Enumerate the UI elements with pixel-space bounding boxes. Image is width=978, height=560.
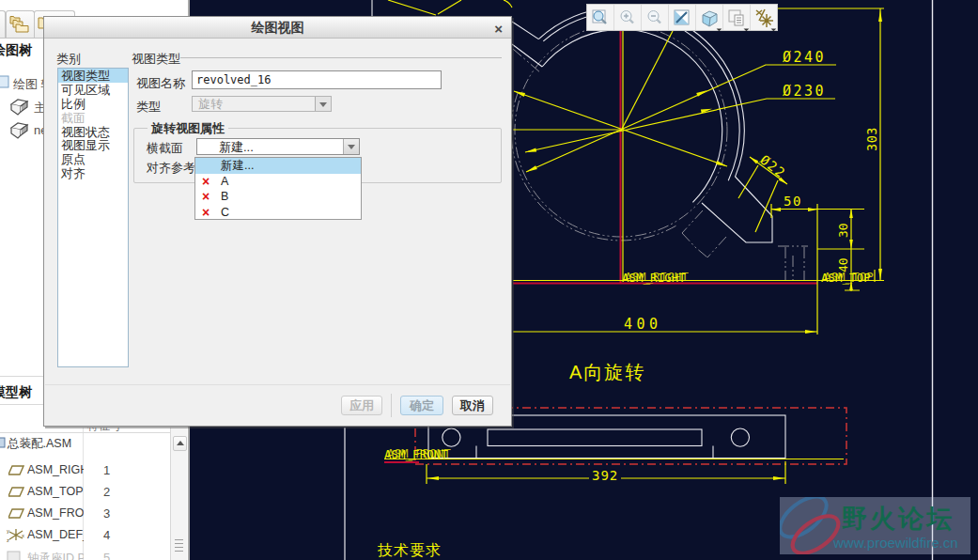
scrollbar-grip [175, 551, 183, 552]
model-tree-header-line [0, 432, 170, 433]
model-tree-num-5: 5 [103, 551, 110, 560]
model-tree-item-front[interactable]: ASM_FRONT [27, 506, 84, 520]
scrollbar-grip [175, 543, 183, 544]
category-visible-area[interactable]: 可见区域 [58, 83, 128, 97]
drawing-view-dialog: 绘图视图 × 类别 视图类型 可见区域 比例 截面 视图状态 视图显示 原点 对… [43, 16, 512, 427]
label-asm-front-ghost: ASM_FRONT [387, 446, 451, 460]
model-tree-item-csys[interactable]: ASM_DEF_ [27, 528, 84, 541]
dim-d230: Ø230 [783, 83, 826, 100]
label-asm-right-ghost: ASM_RIGHT [625, 270, 689, 284]
model-tree-num-3: 3 [103, 506, 110, 521]
view-title-text: A向旋转 [569, 362, 645, 382]
zoom-box-button[interactable] [587, 5, 614, 30]
type-combo: 旋转 [192, 96, 332, 112]
model-tree-panel: 特征号 总装配.ASM ASM_RIGHT 1 ASM_TOP 2 ASM_FR… [0, 428, 187, 560]
view-box-icon-2 [7, 120, 31, 139]
scrollbar-up-button[interactable] [173, 436, 187, 451]
zoom-box-icon [591, 8, 610, 27]
datum-plane-icon-3 [8, 508, 24, 519]
category-origin[interactable]: 原点 [58, 152, 128, 166]
view-name-input[interactable]: revolved_16 [192, 70, 442, 89]
xsec-combo-arrow[interactable] [343, 139, 359, 154]
category-align[interactable]: 对齐 [58, 166, 128, 180]
assembly-icon [0, 436, 6, 448]
svg-text:y: y [7, 528, 9, 534]
scrollbar-grip [175, 539, 183, 540]
dropdown-caret [741, 23, 749, 31]
dialog-title: 绘图视图 [44, 20, 511, 37]
tab-drawing-tree[interactable] [6, 10, 35, 38]
category-label: 类别 [56, 51, 81, 68]
button-separator-line [45, 384, 510, 385]
datum-display-button[interactable] [751, 5, 777, 30]
datum-plane-icon-2 [8, 487, 24, 497]
svg-text:z: z [7, 537, 9, 542]
category-view-display[interactable]: 视图显示 [58, 138, 128, 152]
scrollbar-grip [175, 547, 183, 548]
cancel-button[interactable]: 取消 [452, 396, 493, 415]
watermark-title: 野火论坛 [842, 502, 955, 536]
align-ref-label: 对齐参考 [147, 160, 195, 177]
view-name-label: 视图名称 [136, 75, 185, 92]
button-vertical-separator [391, 394, 392, 417]
dim-d240: Ø240 [783, 49, 826, 66]
dim-d400: 400 [624, 316, 662, 333]
csys-icon: y z x [7, 527, 25, 542]
shaded-view-button[interactable] [696, 5, 723, 30]
watermark-url: www.proewildfire.cn [833, 535, 958, 551]
model-tree-item-top[interactable]: ASM_TOP [27, 485, 84, 498]
model-tree-num-4: 4 [103, 528, 110, 542]
model-tree-scrollbar[interactable] [170, 428, 187, 560]
ok-button[interactable]: 确定 [400, 396, 443, 415]
type-combo-value: 旋转 [198, 97, 223, 111]
xsec-dropdown-popup: 新建... ×A ×B ×C [194, 157, 362, 220]
dim-d50: 50 [784, 194, 802, 209]
dialog-titlebar[interactable]: 绘图视图 × [44, 17, 511, 39]
drawing-tree-title: 绘图树 [0, 42, 32, 59]
category-view-state[interactable]: 视图状态 [58, 125, 128, 139]
model-tree-title: 模型树 [0, 384, 32, 401]
model-tree-num-1: 1 [103, 463, 110, 477]
section-rule [180, 57, 502, 58]
xsec-combo-value: 新建... [219, 140, 254, 154]
fieldset-legend: 旋转视图属性 [147, 120, 228, 137]
type-label: 类型 [136, 99, 161, 116]
category-scale[interactable]: 比例 [58, 97, 128, 111]
x-icon: × [202, 205, 210, 221]
part-icon-gray [7, 551, 22, 560]
model-tree-item-bearing[interactable]: 轴承座ID P [27, 551, 84, 560]
apply-button: 应用 [341, 396, 382, 415]
watermark: 野火论坛 www.proewildfire.cn [780, 497, 970, 554]
graphics-toolbar [586, 4, 778, 31]
display-style-button[interactable] [723, 5, 751, 30]
zoom-out-button[interactable] [642, 5, 669, 30]
xsec-label: 横截面 [147, 140, 183, 157]
datum-plane-icon-1 [8, 465, 24, 475]
category-section: 截面 [58, 111, 128, 125]
category-view-type[interactable]: 视图类型 [58, 69, 128, 83]
popup-item-a[interactable]: ×A [195, 174, 361, 190]
popup-item-new[interactable]: 新建... [195, 158, 361, 174]
tech-note-text: 技术要求 [377, 542, 442, 558]
folder-stack-icon [9, 15, 30, 34]
model-tree-num-2: 2 [103, 485, 110, 499]
section-title: 视图类型 [132, 51, 180, 68]
x-icon: × [202, 174, 210, 190]
repaint-icon [673, 8, 691, 27]
popup-item-b[interactable]: ×B [195, 189, 361, 205]
dialog-close-button[interactable]: × [494, 21, 503, 37]
model-tree-item-right[interactable]: ASM_RIGHT [27, 463, 84, 476]
label-asm-top-ghost: ASM_TOP [824, 270, 874, 284]
zoom-out-icon [645, 8, 664, 27]
drawing-sheet-icon [0, 75, 9, 88]
dim-d392: 392 [592, 468, 618, 483]
xsec-combo[interactable]: 新建... [196, 138, 360, 155]
dim-d30: 30 [836, 223, 850, 238]
model-tree-item-root[interactable]: 总装配.ASM [8, 436, 71, 452]
zoom-in-icon [618, 8, 637, 27]
zoom-in-button[interactable] [614, 5, 642, 30]
popup-item-c[interactable]: ×C [195, 205, 361, 221]
view-box-icon [7, 97, 31, 116]
repaint-button[interactable] [669, 5, 696, 30]
x-icon: × [202, 189, 210, 205]
